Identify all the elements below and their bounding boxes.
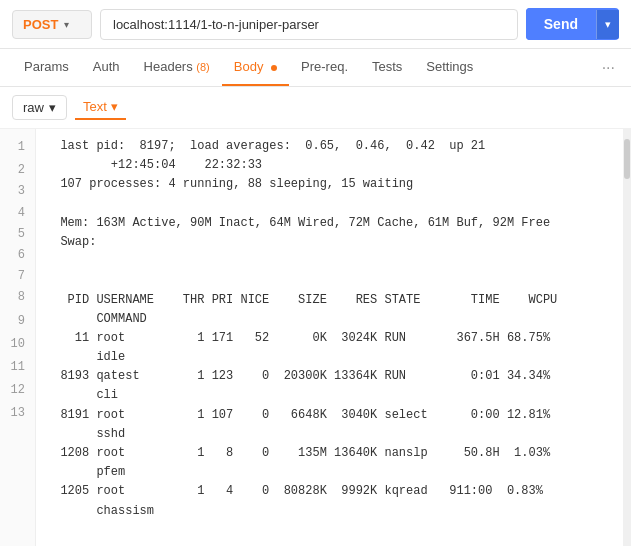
line-numbers: 12345678910111213 [0,129,36,546]
body-dot-indicator [271,65,277,71]
line-number: 7 [6,266,29,287]
scrollbar-thumb [624,139,630,179]
send-button[interactable]: Send [526,8,596,40]
tab-headers[interactable]: Headers (8) [132,49,222,86]
line-number: 13 [6,403,29,424]
send-button-group: Send ▾ [526,8,619,40]
raw-select[interactable]: raw ▾ [12,95,67,120]
scrollbar-track[interactable] [623,129,631,546]
line-number: 2 [6,160,29,181]
url-input[interactable] [100,9,518,40]
line-number: 1 [6,137,29,158]
text-dropdown[interactable]: Text ▾ [75,95,126,120]
raw-chevron-icon: ▾ [49,100,56,115]
send-dropdown-button[interactable]: ▾ [596,10,619,39]
line-number: 5 [6,224,29,245]
line-number: 4 [6,203,29,224]
more-options-button[interactable]: ··· [598,51,619,85]
top-bar: POST ▾ Send ▾ [0,0,631,49]
line-number: 12 [6,380,29,401]
tab-prereq[interactable]: Pre-req. [289,49,360,86]
line-number-continuation [6,424,29,426]
headers-badge: (8) [196,61,209,73]
sub-toolbar: raw ▾ Text ▾ [0,87,631,129]
method-select[interactable]: POST ▾ [12,10,92,39]
content-area: 12345678910111213 last pid: 8197; load a… [0,129,631,546]
code-content[interactable]: last pid: 8197; load averages: 0.65, 0.4… [36,129,623,546]
text-label: Text [83,99,107,114]
line-number: 11 [6,357,29,378]
raw-label: raw [23,100,44,115]
text-chevron-icon: ▾ [111,99,118,114]
line-number: 10 [6,334,29,355]
tab-auth[interactable]: Auth [81,49,132,86]
line-number: 3 [6,181,29,202]
tab-params[interactable]: Params [12,49,81,86]
line-number: 8 [6,287,29,308]
line-number: 9 [6,311,29,332]
tab-settings[interactable]: Settings [414,49,485,86]
tab-body[interactable]: Body [222,49,289,86]
tab-tests[interactable]: Tests [360,49,414,86]
line-number: 6 [6,245,29,266]
method-chevron-icon: ▾ [64,19,69,30]
method-label: POST [23,17,58,32]
nav-tabs: Params Auth Headers (8) Body Pre-req. Te… [0,49,631,87]
